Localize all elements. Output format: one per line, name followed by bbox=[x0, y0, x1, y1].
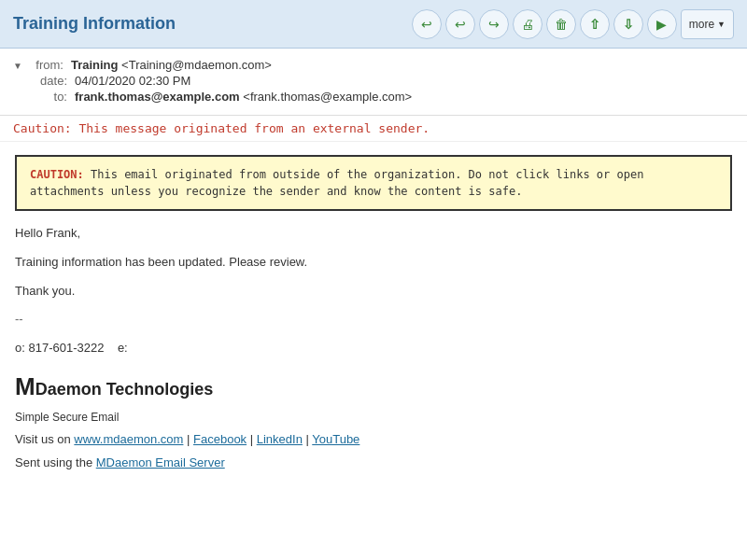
caution-plain-text: Caution: This message originated from an… bbox=[0, 116, 747, 142]
print-button[interactable]: 🖨 bbox=[513, 9, 543, 39]
link-youtube[interactable]: YouTube bbox=[312, 432, 359, 446]
chevron-down-icon: ▼ bbox=[717, 20, 726, 29]
send-button[interactable]: ▶ bbox=[647, 9, 677, 39]
body-thanks: Thank you. bbox=[15, 282, 732, 301]
contact-office: o: 817-601-3222 bbox=[15, 341, 104, 355]
trash-icon: 🗑 bbox=[555, 17, 568, 32]
toolbar: ↩ ↩ ↪ 🖨 🗑 ⇧ ⇩ ▶ more ▼ bbox=[412, 9, 734, 39]
reply-all-icon: ↩ bbox=[455, 17, 466, 32]
forward-icon: ↪ bbox=[488, 17, 500, 32]
down-arrow-icon: ⇩ bbox=[623, 17, 634, 32]
contact-email-label: e: bbox=[118, 341, 128, 355]
caution-box: CAUTION: This email originated from outs… bbox=[15, 155, 732, 211]
link-mdaemon-server[interactable]: MDaemon Email Server bbox=[96, 455, 225, 469]
more-button[interactable]: more ▼ bbox=[681, 9, 734, 39]
company-rest: Daemon Technologies bbox=[35, 380, 214, 399]
caution-text: This email originated from outside of th… bbox=[30, 168, 643, 198]
to-label: to: bbox=[30, 90, 67, 104]
date-value: 04/01/2020 02:30 PM bbox=[75, 74, 190, 88]
forward-button[interactable]: ↪ bbox=[479, 9, 509, 39]
greeting: Hello Frank, bbox=[15, 224, 732, 244]
sent-prefix: Sent using the bbox=[15, 455, 96, 469]
body-paragraph-1: Training information has been updated. P… bbox=[15, 253, 732, 273]
link-linkedin[interactable]: LinkedIn bbox=[257, 432, 303, 446]
email-body: CAUTION: This email originated from outs… bbox=[0, 142, 747, 553]
page-title: Training Information bbox=[13, 14, 176, 34]
up-arrow-icon: ⇧ bbox=[589, 17, 600, 32]
visit-prefix: Visit us on bbox=[15, 432, 74, 446]
play-icon: ▶ bbox=[656, 17, 667, 32]
from-label: from: bbox=[26, 58, 63, 72]
move-up-button[interactable]: ⇧ bbox=[580, 9, 610, 39]
contact-row: o: 817-601-3222 e: bbox=[15, 339, 732, 358]
print-icon: 🖨 bbox=[521, 17, 534, 32]
to-value: frank.thomas@example.com <frank.thomas@e… bbox=[75, 90, 412, 104]
date-row: date: 04/01/2020 02:30 PM bbox=[13, 74, 734, 88]
reply-button[interactable]: ↩ bbox=[412, 9, 442, 39]
company-m: M bbox=[15, 372, 35, 400]
move-down-button[interactable]: ⇩ bbox=[613, 9, 643, 39]
link-facebook[interactable]: Facebook bbox=[193, 432, 247, 446]
from-row: ▼ from: Training <Training@mdaemon.com> bbox=[13, 58, 734, 72]
separator: -- bbox=[15, 310, 732, 329]
email-meta: ▼ from: Training <Training@mdaemon.com> … bbox=[0, 49, 747, 116]
header-bar: Training Information ↩ ↩ ↪ 🖨 🗑 ⇧ ⇩ ▶ mor… bbox=[0, 0, 747, 49]
expand-icon[interactable]: ▼ bbox=[13, 61, 22, 71]
to-row: to: frank.thomas@example.com <frank.thom… bbox=[13, 90, 734, 104]
signature-links: Visit us on www.mdaemon.com | Facebook |… bbox=[15, 430, 732, 450]
link-mdaemon[interactable]: www.mdaemon.com bbox=[74, 432, 183, 446]
more-label: more bbox=[689, 18, 714, 31]
reply-all-button[interactable]: ↩ bbox=[445, 9, 475, 39]
company-tagline: Simple Secure Email bbox=[15, 409, 732, 427]
from-value: Training <Training@mdaemon.com> bbox=[71, 58, 272, 72]
company-name: MDaemon Technologies bbox=[15, 368, 732, 407]
delete-button[interactable]: 🗑 bbox=[546, 9, 576, 39]
caution-label: CAUTION: bbox=[30, 168, 84, 181]
reply-icon: ↩ bbox=[421, 17, 432, 32]
date-label: date: bbox=[30, 74, 67, 88]
sent-using-row: Sent using the MDaemon Email Server bbox=[15, 454, 732, 473]
